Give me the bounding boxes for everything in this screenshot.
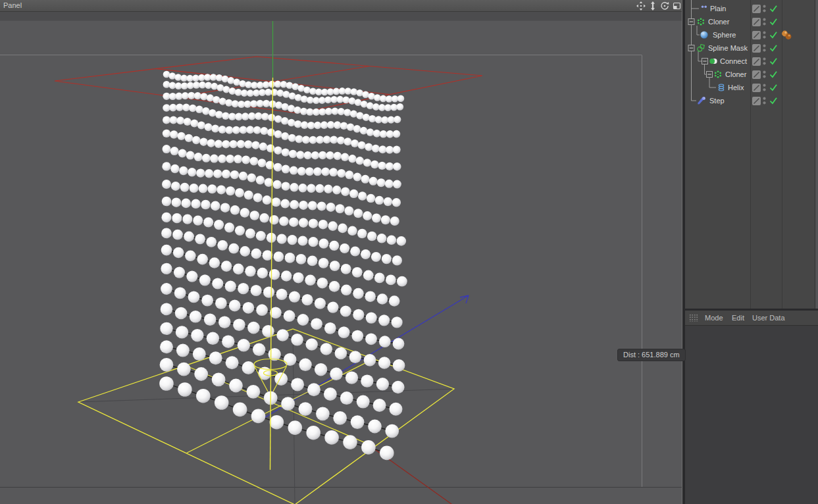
enable-checkmark[interactable] — [769, 31, 778, 39]
visibility-dots[interactable] — [762, 68, 767, 81]
object-row-helix[interactable]: Helix — [685, 81, 814, 94]
visibility-dots[interactable] — [762, 28, 767, 41]
enable-checkmark[interactable] — [769, 18, 778, 26]
toggle-view-icon[interactable] — [672, 1, 681, 11]
enable-checkmark[interactable] — [769, 44, 778, 52]
viewport-scene[interactable] — [0, 0, 682, 504]
visibility-dots[interactable] — [762, 41, 767, 55]
visibility-dots[interactable] — [762, 94, 767, 107]
dolly-icon[interactable] — [648, 1, 657, 11]
object-row-plain[interactable]: Plain — [685, 2, 814, 15]
enable-checkmark[interactable] — [769, 70, 778, 78]
enable-checkmark[interactable] — [769, 57, 778, 65]
object-row-spline-mask[interactable]: Spline Mask — [685, 41, 814, 55]
layer-swatch[interactable] — [752, 31, 761, 39]
visibility-dots[interactable] — [762, 2, 767, 15]
viewport-titlebar[interactable]: Panel — [0, 0, 682, 12]
enable-checkmark[interactable] — [769, 97, 778, 105]
object-row-connect[interactable]: Connect — [685, 55, 814, 68]
object-label[interactable]: Helix — [728, 81, 744, 94]
menu-user-data[interactable]: User Data — [752, 311, 785, 325]
layer-swatch[interactable] — [752, 84, 761, 92]
enable-checkmark[interactable] — [769, 5, 778, 13]
object-label[interactable]: Sphere — [713, 28, 736, 41]
pan-icon[interactable] — [636, 1, 646, 11]
connect-icon[interactable] — [709, 57, 717, 65]
step-effector-icon[interactable] — [697, 96, 707, 105]
layer-swatch[interactable] — [752, 44, 761, 53]
cloner-icon[interactable] — [697, 18, 705, 26]
viewport-panel: Panel Dist : 651.889 cm — [0, 0, 682, 504]
object-label[interactable]: Step — [709, 94, 725, 107]
distance-tooltip: Dist : 651.889 cm — [617, 349, 686, 361]
layer-swatch[interactable] — [752, 97, 761, 105]
rotate-icon[interactable] — [660, 1, 669, 11]
panel-grip-icon[interactable] — [689, 314, 698, 322]
object-label[interactable]: Spline Mask — [708, 41, 748, 55]
object-label[interactable]: Cloner — [725, 68, 746, 81]
sphere-icon[interactable] — [700, 31, 708, 39]
object-manager: Plain Cloner — [685, 0, 818, 309]
layer-swatch[interactable] — [752, 18, 761, 26]
visibility-dots[interactable] — [762, 15, 767, 28]
cloner-icon[interactable] — [714, 70, 722, 78]
object-row-cloner[interactable]: Cloner — [685, 15, 814, 28]
layer-swatch[interactable] — [752, 5, 761, 13]
menu-mode[interactable]: Mode — [705, 311, 723, 325]
spline-mask-icon[interactable] — [697, 44, 705, 52]
layer-swatch[interactable] — [752, 57, 761, 66]
viewport-title: Panel — [3, 1, 22, 9]
layer-swatch[interactable] — [752, 70, 761, 79]
visibility-dots[interactable] — [762, 81, 767, 94]
object-row-cloner-nested[interactable]: Cloner — [685, 68, 814, 81]
viewport-menubar — [0, 12, 682, 21]
attribute-manager-body — [685, 326, 818, 504]
plain-effector-icon[interactable] — [700, 5, 708, 13]
menu-edit[interactable]: Edit — [732, 311, 744, 325]
object-row-sphere[interactable]: Sphere — [685, 28, 814, 41]
object-label[interactable]: Plain — [710, 2, 726, 15]
enable-checkmark[interactable] — [769, 84, 778, 91]
helix-icon[interactable] — [717, 84, 725, 91]
visibility-dots[interactable] — [762, 55, 767, 68]
cinema4d-window: Panel Dist : 651.889 cm — [0, 0, 818, 504]
object-row-step[interactable]: Step — [685, 94, 814, 107]
object-label[interactable]: Connect — [720, 55, 747, 68]
object-label[interactable]: Cloner — [708, 15, 729, 28]
right-panel: Plain Cloner — [685, 0, 818, 504]
viewport-nav-icons — [636, 1, 681, 11]
attribute-manager-menubar: Mode Edit User Data — [685, 311, 818, 326]
material-tag-icons[interactable] — [781, 30, 792, 40]
